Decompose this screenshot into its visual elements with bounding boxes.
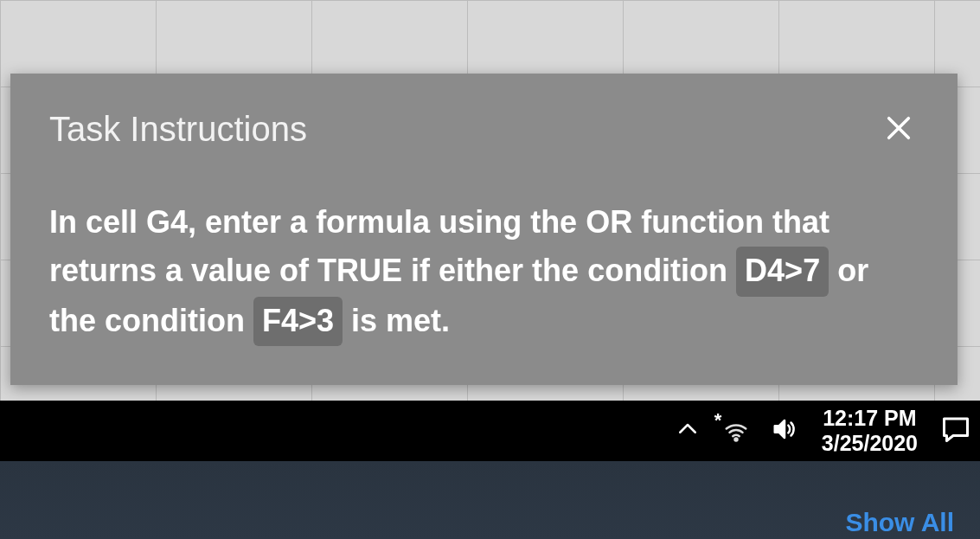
svg-marker-3 bbox=[775, 420, 785, 438]
dialog-body-text: In cell G4, enter a formula using the OR… bbox=[49, 198, 919, 346]
close-button[interactable] bbox=[879, 108, 919, 151]
taskbar-time: 12:17 PM bbox=[823, 406, 916, 431]
chevron-up-icon bbox=[675, 416, 701, 446]
system-tray: * 12:17 PM 3/25/2020 bbox=[671, 406, 973, 456]
instruction-text-1: In cell G4, enter a formula using the OR… bbox=[49, 204, 829, 288]
wifi-icon: * bbox=[723, 418, 749, 444]
notification-icon bbox=[940, 414, 971, 448]
close-icon bbox=[884, 113, 913, 145]
taskbar-date: 3/25/2020 bbox=[822, 431, 918, 456]
dialog-header: Task Instructions bbox=[49, 108, 919, 151]
volume-button[interactable] bbox=[768, 413, 801, 449]
task-instructions-dialog: Task Instructions In cell G4, enter a fo… bbox=[10, 74, 958, 385]
bottom-panel: Show All bbox=[0, 461, 980, 539]
wifi-button[interactable]: * bbox=[720, 414, 753, 447]
svg-point-2 bbox=[734, 439, 737, 441]
dialog-title: Task Instructions bbox=[49, 110, 307, 149]
taskbar-clock[interactable]: 12:17 PM 3/25/2020 bbox=[817, 406, 923, 456]
windows-taskbar: * 12:17 PM 3/25/2020 bbox=[0, 401, 980, 461]
instruction-text-3: is met. bbox=[343, 303, 450, 338]
tray-expand-button[interactable] bbox=[671, 413, 704, 449]
show-all-link[interactable]: Show All bbox=[845, 508, 954, 537]
wifi-asterisk-icon: * bbox=[714, 409, 722, 432]
speaker-icon bbox=[772, 416, 797, 446]
condition-code-1: D4>7 bbox=[736, 247, 829, 297]
notifications-button[interactable] bbox=[938, 414, 973, 448]
condition-code-2: F4>3 bbox=[253, 297, 343, 347]
